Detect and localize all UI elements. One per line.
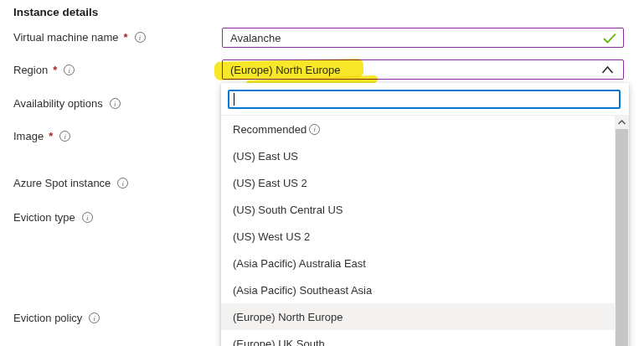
info-icon[interactable]: i [117, 178, 128, 188]
scrollbar-up-button[interactable] [615, 115, 629, 129]
region-options-list: Recommended i (US) East US (US) East US … [221, 115, 615, 346]
region-option[interactable]: (Asia Pacific) Southeast Asia [221, 276, 615, 303]
region-option[interactable]: (US) West US 2 [221, 223, 615, 250]
scrollbar[interactable] [615, 115, 629, 346]
required-asterisk: * [124, 31, 128, 44]
vm-name-field [222, 28, 624, 48]
region-option[interactable]: (US) East US 2 [221, 169, 615, 196]
label-azure-spot-instance: Azure Spot instance i [13, 177, 128, 189]
region-option[interactable]: (US) South Central US [221, 196, 615, 223]
label-image: Image* i [13, 130, 70, 142]
group-header-recommended: Recommended i [221, 116, 615, 142]
info-icon[interactable]: i [64, 65, 75, 75]
region-dropdown-panel: Recommended i (US) East US (US) East US … [221, 83, 629, 346]
label-region: Region* i [13, 64, 75, 76]
chevron-up-icon[interactable] [601, 65, 614, 75]
info-icon[interactable]: i [110, 98, 121, 109]
required-asterisk: * [49, 130, 53, 142]
info-icon[interactable]: i [82, 212, 93, 223]
region-option[interactable]: (Asia Pacific) Australia East [221, 250, 615, 276]
info-icon[interactable]: i [59, 131, 70, 142]
text-caret [234, 93, 234, 106]
section-title: Instance details [13, 6, 98, 18]
required-asterisk: * [53, 64, 57, 76]
scroll-up-arrow-icon [618, 120, 626, 125]
region-option[interactable]: (US) East US [221, 142, 615, 169]
valid-check-icon [603, 33, 616, 44]
region-option-selected[interactable]: (Europe) North Europe [221, 303, 615, 330]
info-icon[interactable]: i [309, 124, 320, 135]
region-search-box [228, 90, 621, 109]
scrollbar-thumb[interactable] [616, 129, 628, 346]
vm-name-input[interactable] [223, 28, 623, 47]
region-search-input[interactable] [229, 91, 619, 107]
region-option[interactable]: (Europe) UK South [221, 330, 615, 346]
label-eviction-type: Eviction type i [13, 211, 93, 224]
label-availability-options: Availability options i [13, 97, 121, 110]
instance-details-form: Instance details Virtual machine name* i… [0, 0, 644, 346]
info-icon[interactable]: i [135, 32, 146, 43]
label-eviction-policy: Eviction policy i [13, 312, 100, 324]
label-virtual-machine-name: Virtual machine name* i [13, 31, 146, 44]
info-icon[interactable]: i [89, 312, 100, 323]
